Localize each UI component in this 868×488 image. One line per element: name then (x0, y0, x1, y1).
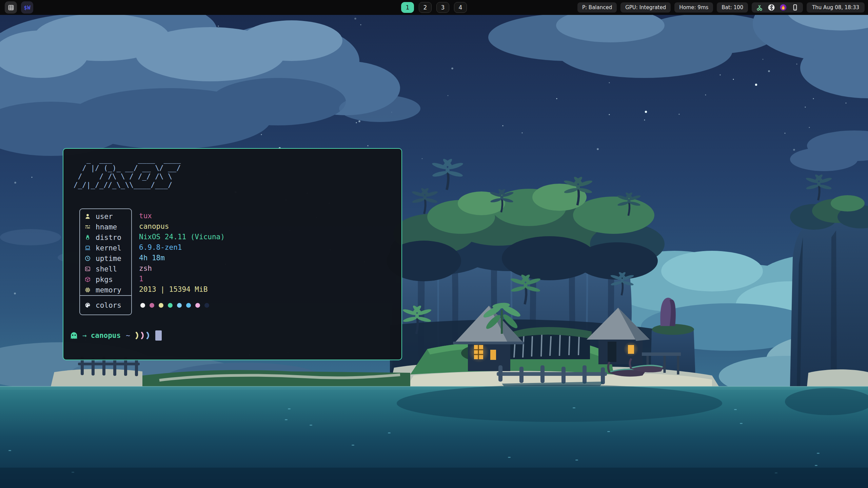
fetch-label: shell (96, 265, 117, 273)
top-bar-right: P: Balanced GPU: Integrated Home: 9ms Ba… (577, 2, 865, 13)
fetch-rows: user hname distro kernel (80, 209, 131, 295)
fastfetch-ascii-logo: _ ___ ____ ____ / |/ (_)_ __/ __ \/ __/ … (74, 156, 181, 189)
scissors-icon[interactable] (756, 4, 763, 11)
clock[interactable]: Thu Aug 08, 18:33 (807, 2, 865, 13)
fetch-value: 1 (139, 273, 225, 284)
color-dot (195, 303, 200, 308)
workspace-button-4[interactable]: 4 (454, 2, 467, 13)
color-dot (168, 303, 173, 308)
workspace-button-1[interactable]: 1 (401, 2, 414, 13)
clock-icon (84, 256, 91, 261)
fastfetch-info-panel: user hname distro kernel (79, 208, 132, 315)
fetch-row-user: user (80, 211, 131, 222)
user-icon (84, 214, 91, 219)
fetch-row-colors: colors (80, 296, 131, 314)
fetch-value: 2013 | 15394 MiB (139, 284, 225, 294)
color-dot (150, 303, 154, 308)
chip-icon (84, 287, 91, 293)
terminal-cursor (155, 330, 162, 341)
fetch-row-shell: shell (80, 264, 131, 274)
fetch-value: NixOS 24.11 (Vicuna) (139, 231, 225, 242)
logo-label: $W (24, 4, 30, 11)
grid-icon (8, 4, 14, 11)
fetch-label: memory (96, 286, 121, 294)
list-icon (84, 224, 91, 230)
fetch-value: 6.9.8-zen1 (139, 242, 225, 252)
chevron-right-icon (146, 331, 151, 340)
chevron-right-icon (141, 331, 145, 340)
top-bar-left: $W (5, 1, 33, 14)
prompt-cwd: ~ (126, 331, 130, 340)
color-dot (159, 303, 163, 308)
logo-button[interactable]: $W (21, 1, 33, 14)
fastfetch-values: tux canopus NixOS 24.11 (Vicuna) 6.9.8-z… (139, 208, 225, 294)
battery-indicator[interactable]: Bat: 100 (717, 2, 748, 13)
network-latency-indicator[interactable]: Home: 9ms (674, 2, 713, 13)
chevron-right-icon (135, 331, 140, 340)
power-profile-indicator[interactable]: P: Balanced (577, 2, 617, 13)
workspace-button-3[interactable]: 3 (436, 2, 449, 13)
fetch-label: distro (96, 233, 121, 242)
bluetooth-icon[interactable] (768, 4, 775, 11)
prompt-arrow: → (82, 331, 87, 340)
fetch-value: 4h 18m (139, 252, 225, 263)
color-dot (204, 303, 209, 308)
flame-icon[interactable] (780, 4, 787, 11)
terminal-window[interactable]: _ ___ ____ ____ / |/ (_)_ __/ __ \/ __/ … (63, 148, 402, 360)
laptop-icon (84, 245, 91, 251)
workspace-switcher: 1 2 3 4 (401, 2, 467, 13)
system-tray (752, 2, 803, 13)
fetch-value: canopus (139, 221, 225, 231)
penguin-icon (84, 235, 91, 240)
fetch-label: user (96, 212, 113, 221)
shell-prompt: → canopus ~ (70, 330, 162, 341)
gpu-indicator[interactable]: GPU: Integrated (620, 2, 671, 13)
fetch-row-pkgs: pkgs (80, 274, 131, 285)
fetch-label: pkgs (96, 276, 113, 284)
fetch-row-memory: memory (80, 285, 131, 295)
fetch-value: tux (139, 210, 225, 221)
color-dots (140, 295, 209, 315)
ghost-icon (70, 331, 78, 340)
fetch-row-hname: hname (80, 222, 131, 232)
prompt-chevrons (135, 331, 151, 340)
color-dot (140, 303, 145, 308)
fetch-row-distro: distro (80, 232, 131, 243)
fetch-value: zsh (139, 263, 225, 273)
color-dot (186, 303, 191, 308)
top-bar: $W 1 2 3 4 P: Balanced GPU: Integrated H… (0, 0, 868, 15)
fetch-row-kernel: kernel (80, 243, 131, 253)
palette-icon (84, 302, 91, 308)
fetch-label: hname (96, 223, 117, 231)
prompt-host: canopus (91, 331, 121, 340)
fetch-label: kernel (96, 244, 121, 252)
smartphone-icon[interactable] (792, 4, 798, 11)
app-launcher-button[interactable] (5, 1, 17, 14)
package-icon (84, 277, 91, 282)
workspace-button-2[interactable]: 2 (419, 2, 432, 13)
color-dot (177, 303, 182, 308)
fetch-label: colors (96, 301, 121, 309)
fetch-row-uptime: uptime (80, 253, 131, 264)
terminal-icon (84, 266, 91, 272)
fetch-label: uptime (96, 255, 121, 263)
